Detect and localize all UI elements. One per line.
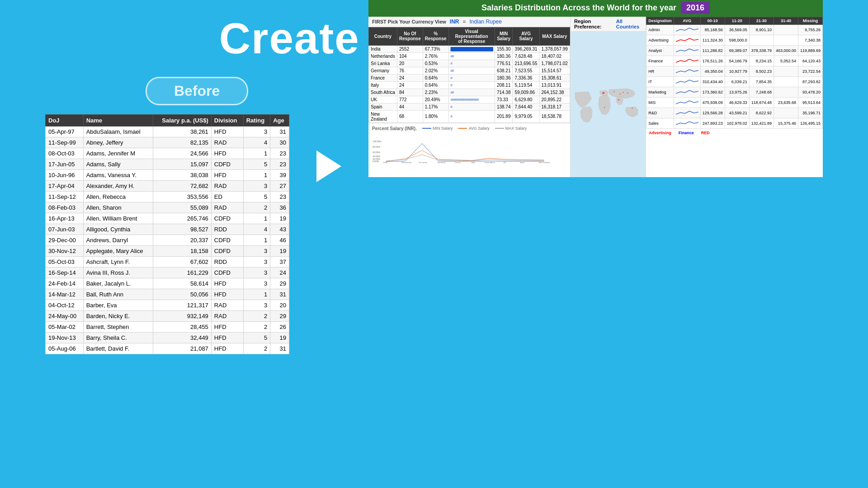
arrow-container (316, 114, 341, 182)
table-row: 04-Oct-12Barber, Eva121,317RAD320 (46, 300, 289, 311)
list-item: Finance176,511.2654,166.798,234.155,052.… (646, 56, 823, 66)
th-designation: Designation (646, 17, 674, 24)
table-row: 08-Oct-03Adams, Jennifer M24,566HFD123 (46, 148, 289, 159)
list-item: India255267.73%████████████████████155.3… (369, 45, 570, 52)
col-age: Age (270, 115, 289, 127)
th-avg-salary: AVG Salary (513, 27, 539, 45)
advertising-label: Advertising (649, 131, 671, 135)
svg-text:Italy: Italy (472, 161, 476, 163)
th-avg: AVG (674, 17, 700, 24)
list-item: New Zealand681.80%#201.899,979.0518,538.… (369, 110, 570, 122)
svg-text:South Africa: South Africa (485, 161, 495, 163)
table-row: 05-Apr-97AbduSalaam, Ismael38,261HFD331 (46, 127, 289, 137)
world-map-container (571, 32, 646, 177)
svg-point-24 (613, 91, 614, 92)
svg-text:0.00%: 0.00% (373, 160, 379, 163)
list-item: R&D129,566.2843,599.218,622.9235,196.71 (646, 108, 823, 118)
th-11-20: 11-20 (725, 17, 749, 24)
legend-min: MIN Salary (422, 126, 453, 131)
th-00-10: 00-10 (700, 17, 725, 24)
table-row: 07-Jun-03Alligood, Cynthia98,527RDD443 (46, 224, 289, 235)
svg-text:60.00%: 60.00% (373, 151, 380, 154)
svg-text:UK: UK (504, 161, 506, 163)
table-row: 10-Jun-96Adams, Vanessa Y.38,038HFD139 (46, 170, 289, 181)
col-salary: Salary p.a. (US$) (153, 115, 212, 127)
arrow-icon (316, 150, 341, 182)
svg-point-20 (604, 92, 605, 93)
content-area: DoJ Name Salary p.a. (US$) Division Rati… (0, 114, 868, 354)
red-label: RED (701, 131, 710, 135)
salary-dist-header: Salaries Distribution Across the World f… (368, 0, 823, 17)
table-row: 19-Nov-13Barry, Sheila C.32,449HFD519 (46, 333, 289, 343)
svg-text:India: India (383, 161, 388, 163)
list-item: HR49,350.0410,927.798,502.2323,722.54 (646, 66, 823, 76)
currency-equals: = (463, 19, 466, 25)
legend-avg: AVG Salary (458, 126, 489, 131)
currency-code: INR (450, 19, 459, 25)
table-row: 14-Mar-12Ball, Ruth Ann50,056HFD131 (46, 289, 289, 300)
list-item: IT310,434.406,039.217,854.3587,293.82 (646, 76, 823, 87)
svg-text:100.00%: 100.00% (373, 140, 382, 142)
svg-point-19 (603, 92, 604, 93)
adv-finance-labels: Advertising Finance RED (646, 129, 823, 137)
chart-legend: Percent Salary (INR). MIN Salary AVG Sal… (372, 125, 566, 132)
salary-map-area: Region Preference: All Countries (571, 17, 646, 177)
region-row: Region Preference: All Countries (571, 17, 646, 32)
region-value: All Countries (616, 19, 642, 29)
svg-text:Sri Lanka: Sri Lanka (419, 161, 427, 163)
salary-left: FIRST Pick Your Currency View INR = Indi… (368, 17, 571, 177)
table-row: 17-Apr-04Alexander, Amy H.72,682RAD327 (46, 181, 289, 192)
after-panel: Rating (All) ▼ Sum of Salary p.a. (US$) … (368, 114, 823, 177)
percent-chart: 100.00% 80.00% 60.00% 40.00% 20.00% 0.00… (372, 132, 566, 170)
list-item: France240.64%#180.367,336.3615,308.61 (369, 74, 570, 81)
currency-pick-label: FIRST Pick Your Currency View (372, 19, 446, 24)
th-country: Country (369, 27, 397, 45)
table-row: 29-Dec-00Andrews, Darryl20,337CDFD146 (46, 235, 289, 246)
svg-text:France: France (455, 161, 461, 163)
salary-dist-year: 2016 (681, 2, 710, 14)
table-row: 17-Jun-05Adams, Sally15,097CDFD523 (46, 159, 289, 170)
list-item: MIS475,938.0946,629.33118,674.4823,635.6… (646, 97, 823, 108)
list-item: Sales247,893.23102,978.02132,421.8915,37… (646, 118, 823, 128)
svg-point-23 (632, 108, 632, 108)
svg-point-27 (620, 93, 621, 94)
table-row: 05-Oct-03Ashcraft, Lynn F.67,602RDD337 (46, 257, 289, 267)
col-rating: Rating (243, 115, 270, 127)
before-label: Before (146, 77, 248, 105)
table-row: 11-Sep-12Allen, Rebecca353,556ED523 (46, 192, 289, 202)
col-division: Division (211, 115, 243, 127)
svg-text:80.00%: 80.00% (373, 145, 380, 148)
svg-text:Germany: Germany (437, 161, 445, 163)
list-item: Sri Lanka200.53%#776.51213,696.551,798,0… (369, 60, 570, 67)
svg-point-16 (618, 99, 619, 100)
table-row: 08-Feb-03Allen, Sharon55,089RAD236 (46, 202, 289, 213)
list-item: Netherlands1042.76%##180.367,628.4818,40… (369, 52, 570, 60)
th-missing: Missing (798, 17, 822, 24)
countries-table: Country No OfResponse %Response Visual R… (368, 27, 570, 123)
table-row: 30-Nov-12Applegate, Mary Alice18,158CDFD… (46, 246, 289, 257)
list-item: Spain441.17%#138.747,644.4016,318.17 (369, 103, 570, 110)
svg-point-22 (604, 107, 605, 108)
svg-text:20.00%: 20.00% (373, 158, 380, 160)
svg-point-21 (603, 93, 604, 94)
list-item: Germany762.02%##638.217,523.5515,514.57 (369, 67, 570, 74)
salary-content: FIRST Pick Your Currency View INR = Indi… (368, 17, 823, 177)
col-name: Name (83, 115, 153, 127)
region-label: Region Preference: (574, 19, 613, 29)
finance-label: Finance (679, 131, 694, 135)
before-table: DoJ Name Salary p.a. (US$) Division Rati… (45, 114, 289, 354)
world-map-svg (571, 32, 646, 177)
table-row: 05-Aug-06Bartlett, David F.21,087HFD231 (46, 343, 289, 354)
th-31-40: 31-40 (774, 17, 798, 24)
th-no-response: No OfResponse (397, 27, 423, 45)
table-row: 24-Feb-14Baker, Jacalyn L.58,614HFD329 (46, 278, 289, 289)
legend-max: MAX Salary (495, 126, 527, 131)
table-row: 16-Apr-13Allen, William Brent265,746CDFD… (46, 213, 289, 224)
table-row: 11-Sep-99Abney, Jeffery82,135RAD430 (46, 137, 289, 148)
list-item: Advertising111,324.30598,000.07,340.38 (646, 35, 823, 45)
svg-text:Spain: Spain (520, 161, 525, 163)
list-item: Italy240.64%#208.115,119.5413,013.91 (369, 81, 570, 89)
currency-name: Indian Rupee (470, 19, 502, 25)
th-pct-response: %Response (423, 27, 448, 45)
list-item: Analyst111,286.8269,389.07378,338.79463,… (646, 45, 823, 56)
